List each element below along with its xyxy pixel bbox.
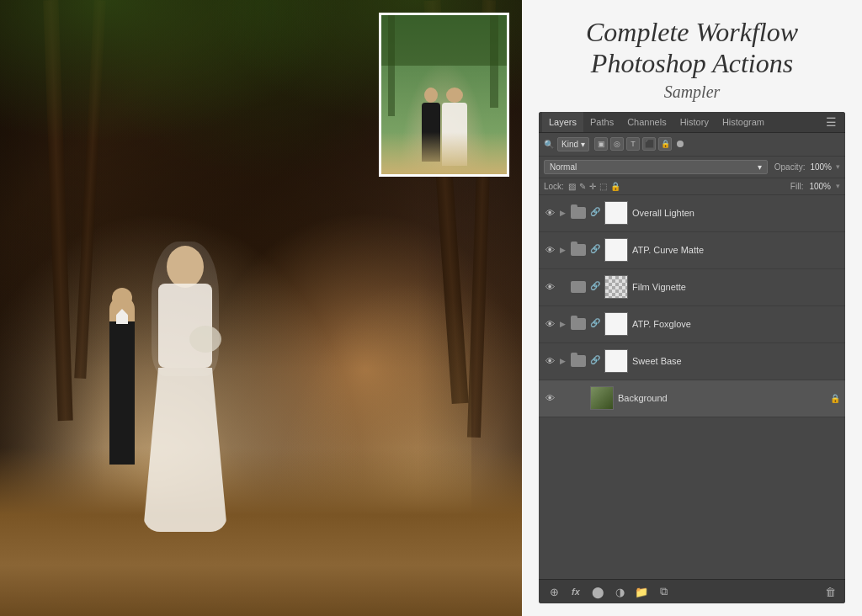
layer-link-icon-4: 🔗 xyxy=(590,355,600,367)
layer-item-overall-lighten[interactable]: 👁 ▶ 🔗 Overall Lighten xyxy=(539,195,845,232)
layer-folder-icon-3 xyxy=(571,318,586,330)
layer-eye-1[interactable]: 👁 xyxy=(544,245,556,255)
add-mask-button[interactable]: ⬤ xyxy=(589,586,606,598)
layer-name-2: Film Vignette xyxy=(632,282,840,292)
layer-expand-5[interactable]: ▶ xyxy=(560,394,567,402)
filter-adjust-icon[interactable]: ◎ xyxy=(610,137,624,151)
layer-thumb-5 xyxy=(590,386,614,410)
title-area: Complete Workflow Photoshop Actions Samp… xyxy=(539,17,845,102)
fx-button[interactable]: fx xyxy=(567,587,584,597)
opacity-label: Opacity: xyxy=(774,162,806,172)
layer-link-icon-2: 🔗 xyxy=(590,281,600,293)
filter-pixel-icon[interactable]: ▣ xyxy=(594,137,608,151)
kind-filter-row: 🔍 Kind ▣ ◎ T ⬛ 🔒 xyxy=(539,133,845,157)
layer-thumb-3 xyxy=(604,312,628,336)
link-layers-button[interactable]: ⊕ xyxy=(545,586,562,598)
layer-eye-5[interactable]: 👁 xyxy=(544,393,556,403)
layer-expand-1[interactable]: ▶ xyxy=(560,246,567,254)
layer-eye-4[interactable]: 👁 xyxy=(544,356,556,366)
blend-mode-dropdown[interactable]: Normal xyxy=(544,160,768,174)
tab-paths[interactable]: Paths xyxy=(583,112,620,132)
inset-ground xyxy=(381,132,507,174)
panel-menu-icon[interactable]: ☰ xyxy=(821,112,842,132)
layer-expand-3[interactable]: ▶ xyxy=(560,320,567,328)
layer-thumb-4 xyxy=(604,349,628,373)
bride-silhouette xyxy=(143,246,227,532)
tab-history[interactable]: History xyxy=(673,112,716,132)
kind-filter-icons: ▣ ◎ T ⬛ 🔒 xyxy=(594,137,672,151)
lock-artboard-icon[interactable]: ⬚ xyxy=(599,182,607,191)
title-line1: Complete Workflow Photoshop Actions xyxy=(539,17,845,79)
lock-label: Lock: xyxy=(544,182,564,191)
layer-name-5: Background xyxy=(618,393,826,403)
layer-item-sweet-base[interactable]: 👁 ▶ 🔗 Sweet Base xyxy=(539,343,845,380)
inset-canopy xyxy=(381,15,507,66)
fill-label: Fill: xyxy=(790,182,804,191)
filter-dot xyxy=(677,141,684,147)
layer-eye-3[interactable]: 👁 xyxy=(544,319,556,329)
right-panel: Complete Workflow Photoshop Actions Samp… xyxy=(522,0,862,616)
blend-opacity-row: Normal Opacity: 100% xyxy=(539,157,845,178)
layer-link-icon-0: 🔗 xyxy=(590,207,600,219)
fill-value: 100% xyxy=(809,182,831,191)
opacity-value: 100% xyxy=(810,162,832,172)
filter-smart-icon[interactable]: 🔒 xyxy=(658,137,672,151)
delete-button[interactable]: 🗑 xyxy=(822,586,838,598)
layer-folder-icon-0 xyxy=(571,207,586,219)
panel-bottom-toolbar: ⊕ fx ⬤ ◑ 📁 ⧉ 🗑 xyxy=(539,579,845,603)
layer-type-icon-2 xyxy=(571,281,586,293)
layer-lock-end-5: 🔒 xyxy=(830,394,840,403)
lock-transparency-icon[interactable]: ▨ xyxy=(568,182,576,191)
lock-paint-icon[interactable]: ✎ xyxy=(579,182,586,191)
layer-name-0: Overall Lighten xyxy=(632,208,840,218)
layer-item-curve-matte[interactable]: 👁 ▶ 🔗 ATP. Curve Matte xyxy=(539,232,845,269)
layer-eye-0[interactable]: 👁 xyxy=(544,208,556,218)
layer-item-background[interactable]: 👁 ▶ Background 🔒 xyxy=(539,380,845,417)
groom-silhouette xyxy=(109,296,135,465)
filter-shape-icon[interactable]: ⬛ xyxy=(642,137,656,151)
layer-thumb-0 xyxy=(604,201,628,225)
kind-label: Kind xyxy=(561,140,578,149)
layer-eye-2[interactable]: 👁 xyxy=(544,282,556,292)
opacity-chevron-icon xyxy=(836,162,840,171)
kind-dropdown[interactable]: Kind xyxy=(557,137,589,151)
layer-item-film-vignette[interactable]: 👁 ▶ 🔗 Film Vignette xyxy=(539,269,845,306)
title-text-1: Complete Workflow xyxy=(586,17,798,47)
layer-folder-icon-1 xyxy=(571,244,586,256)
layer-expand-0[interactable]: ▶ xyxy=(560,209,567,217)
layer-link-icon-3: 🔗 xyxy=(590,318,600,330)
search-icon: 🔍 xyxy=(544,140,554,149)
layer-expand-2[interactable]: ▶ xyxy=(560,283,567,291)
layer-expand-4[interactable]: ▶ xyxy=(560,357,567,365)
layer-name-1: ATP. Curve Matte xyxy=(632,245,840,255)
filter-type-icon[interactable]: T xyxy=(626,137,640,151)
folder-button[interactable]: 📁 xyxy=(633,586,650,598)
layer-name-4: Sweet Base xyxy=(632,356,840,366)
layers-panel: Layers Paths Channels History Histogram … xyxy=(539,112,845,603)
duplicate-button[interactable]: ⧉ xyxy=(655,585,672,598)
layer-item-foxglove[interactable]: 👁 ▶ 🔗 ATP. Foxglove xyxy=(539,306,845,343)
lock-all-icon[interactable]: 🔒 xyxy=(610,182,620,191)
layer-link-icon-1: 🔗 xyxy=(590,244,600,256)
layer-name-3: ATP. Foxglove xyxy=(632,319,840,329)
lock-fill-row: Lock: ▨ ✎ ✛ ⬚ 🔒 Fill: 100% xyxy=(539,178,845,195)
layer-folder-icon-4 xyxy=(571,355,586,367)
tab-channels[interactable]: Channels xyxy=(620,112,673,132)
kind-chevron-icon xyxy=(581,140,585,149)
panel-tabs: Layers Paths Channels History Histogram … xyxy=(539,112,845,133)
fill-chevron-icon xyxy=(836,182,840,190)
layer-thumb-2 xyxy=(604,275,628,299)
layer-thumb-1 xyxy=(604,238,628,262)
blend-mode-label: Normal xyxy=(550,162,577,172)
adjustment-button[interactable]: ◑ xyxy=(611,586,628,598)
tab-histogram[interactable]: Histogram xyxy=(716,112,771,132)
layers-list[interactable]: 👁 ▶ 🔗 Overall Lighten 👁 ▶ 🔗 ATP. Curve M… xyxy=(539,195,845,579)
tab-layers[interactable]: Layers xyxy=(542,112,583,132)
main-photo-section xyxy=(0,0,522,616)
inset-couple-content xyxy=(381,15,507,174)
lock-icons-group: ▨ ✎ ✛ ⬚ 🔒 xyxy=(568,182,620,191)
ground xyxy=(0,448,522,616)
title-text-2: Photoshop Actions xyxy=(591,48,793,78)
lock-move-icon[interactable]: ✛ xyxy=(589,182,596,191)
inset-photo xyxy=(379,13,509,177)
